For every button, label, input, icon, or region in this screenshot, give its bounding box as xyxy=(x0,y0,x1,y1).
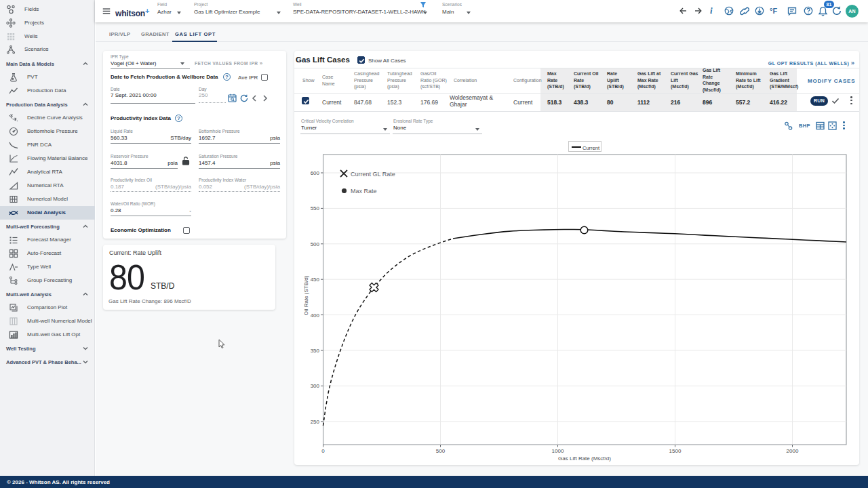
svg-text:350: 350 xyxy=(311,348,320,354)
svg-text:500: 500 xyxy=(311,241,320,247)
svg-text:Max Rate: Max Rate xyxy=(351,188,377,195)
svg-text:300: 300 xyxy=(311,383,320,389)
svg-text:400: 400 xyxy=(311,312,320,319)
svg-text:2000: 2000 xyxy=(787,448,799,454)
svg-text:450: 450 xyxy=(311,277,320,283)
svg-text:Current GL Rate: Current GL Rate xyxy=(351,171,395,178)
svg-text:500: 500 xyxy=(436,448,446,454)
svg-text:1000: 1000 xyxy=(552,448,564,454)
svg-text:0: 0 xyxy=(321,448,325,454)
svg-text:550: 550 xyxy=(311,205,320,211)
svg-text:Gas Lift Rate (Mscf/d): Gas Lift Rate (Mscf/d) xyxy=(558,455,611,462)
svg-text:250: 250 xyxy=(311,419,320,425)
svg-text:600: 600 xyxy=(311,170,320,176)
svg-text:Oil Rate (STB/d): Oil Rate (STB/d) xyxy=(303,275,309,315)
svg-text:1500: 1500 xyxy=(669,448,682,454)
